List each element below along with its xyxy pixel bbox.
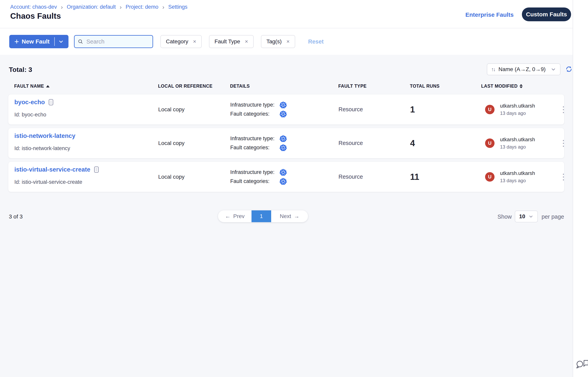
column-header-fault-type: FAULT TYPE <box>338 83 367 89</box>
breadcrumb-settings[interactable]: Settings <box>168 4 188 10</box>
fault-type-value: Resource <box>339 162 363 192</box>
enterprise-faults-link[interactable]: Enterprise Faults <box>465 12 514 18</box>
custom-faults-button[interactable]: Custom Faults <box>522 8 571 21</box>
close-icon[interactable]: × <box>193 39 196 44</box>
next-page-button[interactable]: Next → <box>271 210 308 222</box>
modified-time: 13 days ago <box>500 178 535 183</box>
kubernetes-icon[interactable] <box>279 178 287 185</box>
column-header-last-modified-label: LAST MODIFIED <box>481 83 518 89</box>
total-runs-value: 4 <box>410 128 415 158</box>
breadcrumb-project[interactable]: Project: demo <box>125 4 158 10</box>
modified-time: 13 days ago <box>500 110 535 116</box>
search-input[interactable] <box>86 38 149 45</box>
reset-filters-button[interactable]: Reset <box>308 38 324 45</box>
row-menu-button[interactable]: ⋮ <box>559 128 567 158</box>
filter-tags[interactable]: Tag(s) × <box>261 35 295 48</box>
chaos-faults-page: Account: chaos-dev › Organization: defau… <box>0 0 588 377</box>
fault-name-link[interactable]: byoc-echo <box>14 99 45 106</box>
modified-by-user: utkarsh.utkarsh <box>500 170 535 176</box>
page-size-dropdown[interactable]: 10 <box>515 211 538 222</box>
column-header-last-modified[interactable]: LAST MODIFIED <box>481 83 523 89</box>
last-modified-cell: U utkarsh.utkarsh 13 days ago <box>485 128 535 158</box>
new-fault-dropdown-toggle[interactable] <box>56 39 66 45</box>
table-row: istio-virtual-service-create Id: istio-v… <box>8 162 564 192</box>
local-or-reference-value: Local copy <box>158 94 185 125</box>
total-count: Total: 3 <box>9 66 32 73</box>
breadcrumb-account[interactable]: Account: chaos-dev <box>10 4 57 10</box>
total-runs-value: 1 <box>410 94 415 125</box>
infrastructure-type-label: Infrastructure type: <box>230 136 279 142</box>
page-size-value: 10 <box>519 213 525 220</box>
close-icon[interactable]: × <box>245 39 248 44</box>
breadcrumb-organization[interactable]: Organization: default <box>67 4 116 10</box>
row-menu-button[interactable]: ⋮ <box>559 162 567 192</box>
toolbar: + New Fault Category × Fault Type × Tag(… <box>0 28 573 55</box>
sort-selected-value: Name (A→Z, 0→9) <box>498 66 547 72</box>
last-modified-cell: U utkarsh.utkarsh 13 days ago <box>485 94 535 125</box>
fault-id: Id: istio-network-latency <box>14 145 70 152</box>
fault-details: Infrastructure type: Fault categories: <box>230 169 287 185</box>
modified-by-user: utkarsh.utkarsh <box>500 137 535 143</box>
filter-category-label: Category <box>166 38 188 45</box>
sort-direction-icon: ↑↓ <box>491 66 495 72</box>
infrastructure-type-label: Infrastructure type: <box>230 169 279 175</box>
chat-bubbles-icon <box>575 358 588 370</box>
column-header-fault-name[interactable]: FAULT NAME <box>14 83 50 89</box>
chevron-down-icon <box>551 67 556 72</box>
sort-both-icon <box>520 84 523 88</box>
avatar: U <box>485 172 495 182</box>
breadcrumb-separator-icon: › <box>61 4 63 10</box>
fault-list-section: Total: 3 ↑↓ Name (A→Z, 0→9) FAULT NAME L… <box>0 55 573 377</box>
sort-dropdown[interactable]: ↑↓ Name (A→Z, 0→9) <box>487 63 560 75</box>
per-page-label: per page <box>542 213 564 220</box>
refresh-button[interactable] <box>565 65 573 74</box>
kubernetes-icon[interactable] <box>279 169 287 176</box>
infrastructure-type-label: Infrastructure type: <box>230 102 279 108</box>
local-or-reference-value: Local copy <box>158 162 185 192</box>
filter-category[interactable]: Category × <box>160 35 202 48</box>
avatar: U <box>485 105 495 114</box>
fault-details: Infrastructure type: Fault categories: <box>230 135 287 152</box>
chevron-down-icon <box>528 214 533 219</box>
next-label: Next <box>280 213 291 219</box>
kubernetes-icon[interactable] <box>279 135 287 142</box>
avatar: U <box>485 139 495 148</box>
kubernetes-icon[interactable] <box>279 101 287 109</box>
breadcrumb: Account: chaos-dev › Organization: defau… <box>10 4 187 10</box>
row-menu-button[interactable]: ⋮ <box>559 94 567 125</box>
fault-name-link[interactable]: istio-network-latency <box>14 132 75 140</box>
page-header: Account: chaos-dev › Organization: defau… <box>0 0 573 28</box>
breadcrumb-separator-icon: › <box>120 4 122 10</box>
fault-type-value: Resource <box>339 94 363 125</box>
page-title: Chaos Faults <box>10 12 61 21</box>
close-icon[interactable]: × <box>286 39 289 44</box>
kubernetes-icon[interactable] <box>279 110 287 118</box>
total-runs-value: 11 <box>410 162 419 192</box>
new-fault-label: New Fault <box>22 38 50 45</box>
description-icon[interactable] <box>93 166 99 173</box>
kubernetes-icon[interactable] <box>279 144 287 152</box>
search-box[interactable] <box>74 35 153 48</box>
last-modified-cell: U utkarsh.utkarsh 13 days ago <box>485 162 535 192</box>
arrow-right-icon: → <box>294 213 299 219</box>
fault-details: Infrastructure type: Fault categories: <box>230 101 287 118</box>
modified-time: 13 days ago <box>500 144 535 150</box>
filter-fault-type[interactable]: Fault Type × <box>209 35 254 48</box>
fault-categories-label: Fault categories: <box>230 111 279 117</box>
table-row: istio-network-latency Id: istio-network-… <box>8 128 564 158</box>
fault-categories-label: Fault categories: <box>230 145 279 151</box>
sort-ascending-icon <box>46 85 50 87</box>
fault-id: Id: istio-virtual-service-create <box>14 179 82 185</box>
column-header-fault-name-label: FAULT NAME <box>14 83 44 89</box>
support-chat-button[interactable] <box>575 358 588 371</box>
description-icon[interactable] <box>48 99 54 106</box>
breadcrumb-separator-icon: › <box>162 4 164 10</box>
modified-by-user: utkarsh.utkarsh <box>500 103 535 109</box>
column-header-details: DETAILS <box>230 83 250 89</box>
page-number-current[interactable]: 1 <box>251 210 271 222</box>
prev-page-button[interactable]: ← Prev <box>218 210 251 222</box>
new-fault-button[interactable]: + New Fault <box>9 35 68 48</box>
plus-icon: + <box>14 38 19 46</box>
fault-name-link[interactable]: istio-virtual-service-create <box>14 166 90 173</box>
arrow-left-icon: ← <box>225 213 230 219</box>
